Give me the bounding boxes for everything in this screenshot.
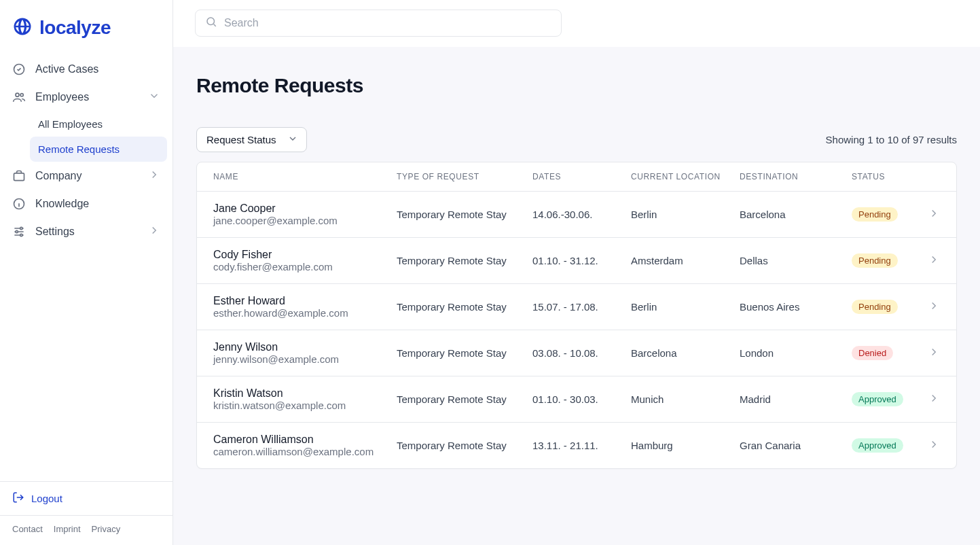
content: Remote Requests Request Status Showing 1…	[173, 47, 980, 545]
filter-request-status[interactable]: Request Status	[196, 127, 307, 152]
cell-dates: 14.06.-30.06.	[532, 209, 631, 220]
table-header: NAME TYPE OF REQUEST DATES CURRENT LOCAT…	[197, 162, 956, 192]
employee-email: cameron.williamson@example.com	[213, 446, 397, 457]
svg-point-1	[16, 93, 19, 96]
chevron-right-icon	[148, 169, 160, 183]
cell-current-location: Berlin	[631, 209, 740, 220]
footer-contact[interactable]: Contact	[12, 524, 43, 534]
footer-privacy[interactable]: Privacy	[92, 524, 121, 534]
cell-dates: 15.07. - 17.08.	[532, 301, 631, 313]
nav-company[interactable]: Company	[5, 162, 167, 190]
cell-type: Temporary Remote Stay	[397, 440, 532, 451]
employee-email: kristin.watson@example.com	[213, 400, 397, 411]
table-body: Jane Cooperjane.cooper@example.comTempor…	[197, 192, 956, 468]
results-count: Showing 1 to 10 of 97 results	[826, 134, 957, 145]
cell-name: Jane Cooperjane.cooper@example.com	[213, 203, 397, 226]
sliders-icon	[12, 225, 26, 239]
table-row[interactable]: Esther Howardesther.howard@example.comTe…	[197, 284, 956, 330]
table-row[interactable]: Kristin Watsonkristin.watson@example.com…	[197, 376, 956, 423]
nav-active-cases[interactable]: Active Cases	[5, 56, 167, 83]
nav-knowledge[interactable]: Knowledge	[5, 190, 167, 217]
chevron-right-icon	[928, 207, 940, 222]
clock-check-icon	[12, 63, 26, 76]
nav-all-employees[interactable]: All Employees	[30, 111, 167, 137]
cell-name: Cody Fishercody.fisher@example.com	[213, 249, 397, 272]
briefcase-icon	[12, 169, 26, 183]
logout-label: Logout	[31, 493, 62, 504]
col-status: STATUS	[852, 172, 913, 181]
col-current: CURRENT LOCATION	[631, 172, 740, 181]
chevron-right-icon	[148, 224, 160, 239]
cell-destination: London	[740, 347, 852, 359]
cell-status: Pending	[852, 207, 913, 222]
chevron-down-icon	[287, 133, 298, 146]
cell-dates: 13.11. - 21.11.	[532, 440, 631, 451]
employee-name: Cody Fisher	[213, 249, 397, 261]
chevron-right-icon	[928, 300, 940, 314]
cell-type: Temporary Remote Stay	[397, 255, 532, 266]
status-badge: Pending	[852, 253, 898, 268]
employee-name: Esther Howard	[213, 295, 397, 307]
employee-email: jenny.wilson@example.com	[213, 353, 397, 365]
employee-name: Jane Cooper	[213, 203, 397, 215]
cell-type: Temporary Remote Stay	[397, 209, 532, 220]
cell-status: Approved	[852, 392, 913, 406]
employee-email: cody.fisher@example.com	[213, 261, 397, 272]
table-row[interactable]: Jane Cooperjane.cooper@example.comTempor…	[197, 192, 956, 238]
cell-type: Temporary Remote Stay	[397, 393, 532, 405]
status-badge: Approved	[852, 392, 903, 406]
employee-name: Jenny Wilson	[213, 341, 397, 353]
globe-icon	[12, 16, 33, 39]
col-type: TYPE OF REQUEST	[397, 172, 532, 181]
table-row[interactable]: Cody Fishercody.fisher@example.comTempor…	[197, 238, 956, 284]
status-badge: Pending	[852, 300, 898, 314]
nav-label: Employees	[35, 91, 89, 103]
chevron-down-icon	[148, 90, 160, 105]
cell-current-location: Berlin	[631, 301, 740, 313]
footer-links: Contact Imprint Privacy	[0, 515, 173, 545]
sidebar-footer: Logout Contact Imprint Privacy	[0, 481, 173, 545]
main: Remote Requests Request Status Showing 1…	[173, 0, 980, 545]
table-row[interactable]: Cameron Williamsoncameron.williamson@exa…	[197, 423, 956, 468]
nav-employees[interactable]: Employees	[5, 83, 167, 111]
cell-type: Temporary Remote Stay	[397, 347, 532, 359]
chevron-right-icon	[928, 346, 940, 360]
nav-settings[interactable]: Settings	[5, 217, 167, 246]
filter-label: Request Status	[206, 134, 276, 145]
cell-name: Kristin Watsonkristin.watson@example.com	[213, 387, 397, 411]
employee-email: jane.cooper@example.com	[213, 215, 397, 226]
cell-type: Temporary Remote Stay	[397, 301, 532, 313]
svg-point-8	[207, 18, 215, 25]
status-badge: Approved	[852, 438, 903, 453]
nav-label: Settings	[35, 226, 75, 238]
cell-status: Pending	[852, 253, 913, 268]
nav-label: Active Cases	[35, 63, 98, 75]
footer-imprint[interactable]: Imprint	[54, 524, 81, 534]
status-badge: Pending	[852, 207, 898, 222]
logout-button[interactable]: Logout	[0, 482, 173, 515]
search-input[interactable]	[224, 17, 551, 29]
nav-remote-requests[interactable]: Remote Requests	[30, 137, 167, 162]
cell-destination: Buenos Aires	[740, 301, 852, 313]
svg-rect-3	[14, 173, 24, 181]
nav-label: Company	[35, 170, 81, 182]
cell-dates: 01.10. - 30.03.	[532, 393, 631, 405]
cell-current-location: Hamburg	[631, 440, 740, 451]
cell-status: Denied	[852, 346, 913, 360]
info-icon	[12, 197, 26, 211]
nav-employees-sub: All Employees Remote Requests	[5, 111, 167, 162]
cell-destination: Gran Canaria	[740, 440, 852, 451]
brand: localyze	[0, 0, 173, 53]
cell-dates: 01.10. - 31.12.	[532, 255, 631, 266]
status-badge: Denied	[852, 346, 893, 360]
cell-destination: Barcelona	[740, 209, 852, 220]
cell-name: Cameron Williamsoncameron.williamson@exa…	[213, 434, 397, 457]
table-row[interactable]: Jenny Wilsonjenny.wilson@example.comTemp…	[197, 330, 956, 376]
svg-point-5	[20, 227, 22, 229]
chevron-right-icon	[928, 438, 940, 453]
cell-destination: Dellas	[740, 255, 852, 266]
controls-row: Request Status Showing 1 to 10 of 97 res…	[196, 127, 957, 152]
col-name: NAME	[213, 172, 397, 181]
employee-email: esther.howard@example.com	[213, 307, 397, 319]
search-box[interactable]	[195, 10, 562, 37]
